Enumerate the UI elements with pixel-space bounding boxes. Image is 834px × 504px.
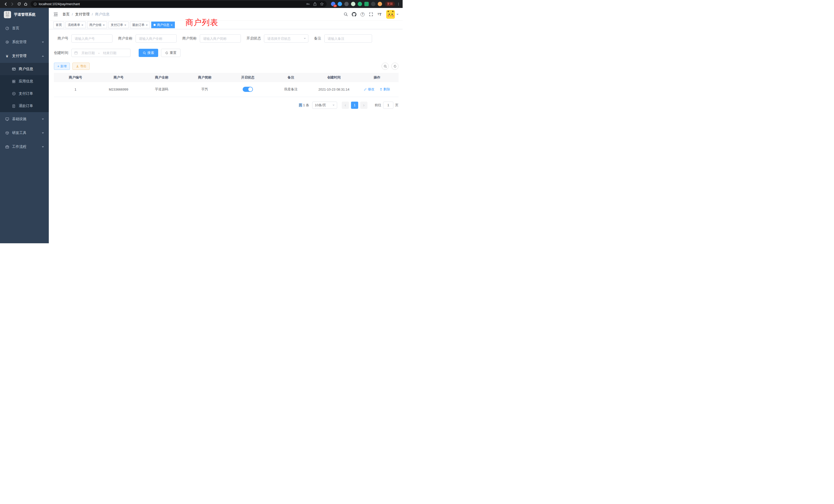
reset-button[interactable]: 重置 (161, 49, 180, 57)
full-name-input[interactable] (136, 35, 177, 43)
sidebar-item-label: 支付订单 (19, 91, 33, 96)
info-icon[interactable] (34, 2, 37, 6)
password-key-icon[interactable] (306, 2, 310, 6)
tab-home[interactable]: 首页 (53, 22, 64, 28)
sidebar-fold-icon[interactable] (53, 12, 59, 17)
edit-link[interactable]: 修改 (364, 87, 374, 92)
browser-reload-button[interactable] (16, 1, 22, 7)
export-button[interactable]: 导出 (72, 63, 90, 70)
cell-full-name: 芋道源码 (140, 82, 183, 97)
sidebar-item-label: 基础设施 (12, 117, 26, 121)
tab-process-form[interactable]: 流程表单 × (65, 22, 86, 28)
tab-label: 首页 (56, 23, 62, 27)
filter-remark: 备注 (314, 35, 372, 43)
browser-profile-avatar[interactable] (378, 2, 382, 6)
sidebar-item-payment[interactable]: ¥ 支付管理 (0, 49, 49, 63)
extension-icon-2[interactable] (338, 2, 342, 6)
column-header-actions: 操作 (355, 73, 398, 82)
toggle-search-button[interactable] (381, 63, 389, 70)
github-icon[interactable] (351, 11, 357, 18)
extension-icon-3[interactable] (344, 2, 349, 6)
search-icon[interactable] (343, 11, 349, 18)
sidebar-item-pay-order[interactable]: 支付订单 (0, 88, 49, 100)
next-page-button[interactable]: › (360, 101, 368, 109)
browser-menu-icon[interactable]: ⋮ (397, 2, 400, 6)
card-icon (12, 67, 16, 71)
column-header-id: 商户编号 (54, 73, 97, 82)
remark-input[interactable] (324, 35, 372, 43)
extension-icon-5[interactable] (358, 2, 362, 6)
tab-user-group[interactable]: 用户分组 × (87, 22, 107, 28)
app-title: 芋道管理系统 (14, 12, 36, 17)
bookmark-star-icon[interactable] (320, 2, 324, 6)
extension-icon-7[interactable] (371, 2, 375, 6)
date-range-picker[interactable]: - (71, 49, 130, 57)
chevron-up-icon (42, 55, 44, 57)
fullscreen-icon[interactable] (368, 11, 374, 18)
sidebar-item-app-info[interactable]: 应用信息 (0, 75, 49, 88)
close-icon[interactable]: × (171, 23, 173, 27)
status-select[interactable] (264, 35, 308, 43)
user-avatar[interactable] (386, 10, 395, 19)
delete-link[interactable]: 删除 (379, 87, 390, 92)
close-icon[interactable]: × (146, 23, 148, 27)
close-icon[interactable]: × (124, 23, 126, 27)
chevron-left-icon: ‹ (345, 103, 346, 108)
tab-pay-order[interactable]: 支付订单 × (108, 22, 129, 28)
goto-prefix: 前往 (375, 103, 381, 108)
cell-id: 1 (54, 82, 97, 97)
help-icon[interactable]: ? (359, 11, 366, 18)
user-menu-caret-icon[interactable] (396, 14, 398, 15)
short-name-input[interactable] (200, 35, 241, 43)
sidebar: 芋道管理系统 首页 系统管理 ¥ 支付管理 商户信息 (0, 8, 49, 243)
sidebar-item-merchant-info[interactable]: 商户信息 (0, 63, 49, 75)
sidebar-item-infrastructure[interactable]: 基础设施 (0, 112, 49, 126)
sidebar-item-system[interactable]: 系统管理 (0, 35, 49, 49)
merchant-no-input[interactable] (71, 35, 112, 43)
pagination-total-count: 1 (303, 103, 305, 107)
sidebar-item-dev-tools[interactable]: 研发工具 (0, 126, 49, 140)
extension-icon-4[interactable] (351, 2, 355, 6)
close-icon[interactable]: × (81, 23, 84, 27)
page-content: 商户号 商户全称 商户简称 开启状态 (49, 29, 403, 243)
browser-home-button[interactable] (22, 1, 29, 7)
extension-icon-6[interactable] (364, 2, 369, 6)
cell-status (226, 82, 269, 97)
prev-page-button[interactable]: ‹ (342, 101, 349, 109)
yen-icon: ¥ (5, 54, 9, 58)
tab-refund-order[interactable]: 退款订单 × (130, 22, 150, 28)
breadcrumb-home[interactable]: 首页 (62, 12, 70, 17)
page-number-button[interactable]: 1 (351, 101, 358, 109)
sidebar-item-home[interactable]: 首页 (0, 21, 49, 35)
column-header-full-name: 商户全称 (140, 73, 183, 82)
breadcrumb-payment[interactable]: 支付管理 (75, 12, 90, 17)
cell-merchant-no: M233666999 (97, 82, 140, 97)
browser-forward-button[interactable] (9, 1, 16, 7)
add-button[interactable]: + 新增 (54, 63, 70, 70)
page-size-select[interactable]: 10条/页 (312, 101, 337, 109)
tab-merchant-info[interactable]: 商户信息 × (151, 22, 175, 28)
browser-back-button[interactable] (2, 1, 9, 7)
sidebar-item-label: 支付管理 (12, 54, 26, 58)
goto-page-input[interactable] (383, 101, 393, 109)
filter-short-name: 商户简称 (182, 35, 241, 43)
full-name-label: 商户全称 (118, 36, 136, 41)
extension-icon-1[interactable]: 10 (331, 2, 335, 6)
app-logo[interactable]: 芋道管理系统 (0, 8, 49, 21)
table-toolbar: + 新增 导出 (54, 63, 398, 70)
search-button[interactable]: 搜索 (139, 49, 158, 57)
close-icon[interactable]: × (103, 23, 105, 27)
font-size-icon[interactable]: TT (376, 11, 382, 18)
refresh-table-button[interactable] (391, 63, 398, 70)
share-icon[interactable] (313, 2, 317, 6)
browser-update-button[interactable]: 更新 (385, 2, 395, 6)
address-bar[interactable]: localhost:1024/pay/merchant (30, 1, 327, 7)
date-start-input[interactable] (79, 51, 97, 55)
pagination-goto: 前往 页 (375, 101, 398, 109)
date-end-input[interactable] (101, 51, 119, 55)
sidebar-item-label: 商户信息 (19, 67, 33, 71)
sidebar-item-workflow[interactable]: 工作流程 (0, 140, 49, 154)
tab-label: 用户分组 (89, 23, 102, 27)
status-toggle[interactable] (243, 87, 253, 92)
sidebar-item-refund-order[interactable]: 退款订单 (0, 100, 49, 112)
